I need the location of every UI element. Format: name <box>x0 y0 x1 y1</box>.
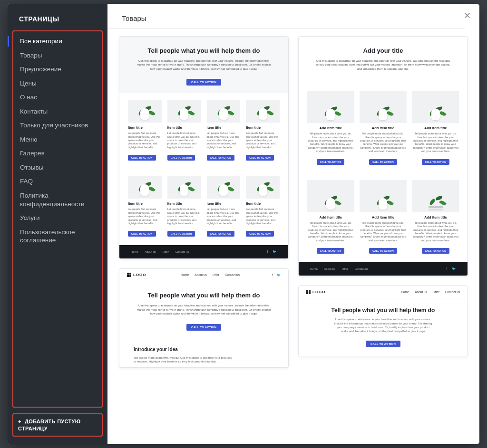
tpl3-hero-cta: CALL TO ACTION <box>186 324 221 331</box>
twitter-icon: 🐦 <box>273 250 277 253</box>
product-item-title: Item title <box>246 125 280 130</box>
category-prices[interactable]: Цены <box>13 76 102 91</box>
product-item: Item titleLet people find out more about… <box>167 100 201 161</box>
product-item: Add item titleTell people more about wha… <box>412 180 459 254</box>
template-grid[interactable]: Tell people what you will help them do U… <box>107 29 479 444</box>
product-item-desc: Tell people more about what you do. Use … <box>307 221 354 243</box>
tpl1-footer-social: f 🐦 <box>263 250 277 254</box>
product-item-title: Item title <box>128 125 162 130</box>
tpl4-nav: Home About us Offer Contact us <box>396 290 460 294</box>
category-terms[interactable]: Пользовательское соглашение <box>13 225 102 248</box>
product-item: Item titleLet people find out more about… <box>207 176 241 237</box>
template-column-left: Tell people what you will help them do U… <box>119 36 289 368</box>
product-thumb <box>167 176 201 199</box>
template-card-2[interactable]: Add your title Use this space to elabora… <box>298 36 468 276</box>
category-products[interactable]: Товары <box>13 48 102 63</box>
product-thumb <box>246 100 280 123</box>
category-about[interactable]: О нас <box>13 90 102 105</box>
product-item: Item titleLet people find out more about… <box>128 176 162 237</box>
category-faq[interactable]: FAQ <box>13 174 102 189</box>
category-contacts[interactable]: Контакты <box>13 105 102 119</box>
tpl4-hero-sub: Use this space to elaborate on your head… <box>334 317 432 334</box>
tpl4-logo: LOGO <box>306 290 326 294</box>
template-card-1[interactable]: Tell people what you will help them do U… <box>119 36 289 259</box>
category-privacy[interactable]: Политика конфиденциальности <box>13 189 102 211</box>
product-item-desc: Let people find out more about what you … <box>246 208 280 225</box>
product-item: Add item titleTell people more about wha… <box>307 91 354 165</box>
facebook-icon: f <box>267 250 268 253</box>
product-item-title: Add item title <box>360 126 406 130</box>
logo-mark-icon <box>306 290 311 294</box>
product-item-cta: CALL TO ACTION <box>207 231 235 237</box>
tpl1-footer: Home About us Offer Contact us f 🐦 <box>119 245 288 258</box>
tpl1-hero-cta: CALL TO ACTION <box>186 79 221 86</box>
product-item-title: Add item title <box>360 215 406 219</box>
logo-mark-icon <box>127 273 131 277</box>
tpl2-hero-sub: Use this space to elaborate on your head… <box>315 59 451 71</box>
product-item-desc: Tell people more about what you do. Use … <box>360 132 406 153</box>
product-thumb <box>207 176 241 199</box>
product-item-title: Item title <box>207 125 241 130</box>
category-offer[interactable]: Предложение <box>13 62 102 76</box>
tpl3-intro-desc: Tell people more about what you do. Use … <box>134 356 232 364</box>
add-blank-page-wrap[interactable]: + ДОБАВИТЬ ПУСТУЮ СТРАНИЦУ <box>12 413 103 437</box>
product-thumb <box>360 91 406 123</box>
product-item-cta: CALL TO ACTION <box>422 159 450 165</box>
product-thumb <box>128 176 162 199</box>
product-item-desc: Let people find out more about what you … <box>167 132 201 149</box>
product-item: Item titleLet people find out more about… <box>246 176 280 237</box>
tpl2-footer-social: f 🐦 <box>442 267 456 271</box>
tpl2-items-row2: Add item titleTell people more about wha… <box>299 173 468 263</box>
main-title: Товары <box>107 4 465 29</box>
category-reviews[interactable]: Отзывы <box>13 161 102 175</box>
product-thumb <box>307 91 354 123</box>
category-all[interactable]: Все категории <box>13 34 102 48</box>
category-menu[interactable]: Меню <box>13 133 102 147</box>
product-item-cta: CALL TO ACTION <box>128 231 156 237</box>
product-item-desc: Let people find out more about what you … <box>246 132 280 149</box>
product-item-cta: CALL TO ACTION <box>317 159 345 165</box>
tpl3-intro-title: Introduce your idea <box>134 347 274 352</box>
product-item-cta: CALL TO ACTION <box>369 248 397 254</box>
add-blank-page-label: ДОБАВИТЬ ПУСТУЮ СТРАНИЦУ <box>18 419 80 431</box>
template-card-3[interactable]: LOGO Home About us Offer Contact us f 🐦 <box>119 268 289 368</box>
product-item-title: Add item title <box>307 126 354 130</box>
product-item-cta: CALL TO ACTION <box>317 248 345 254</box>
product-item-desc: Tell people more about what you do. Use … <box>412 132 459 153</box>
page-templates-modal: СТРАНИЦЫ Все категории Товары Предложени… <box>8 4 479 444</box>
sidebar: СТРАНИЦЫ Все категории Товары Предложени… <box>8 4 107 444</box>
tpl2-hero-title: Add your title <box>315 47 451 54</box>
close-button[interactable]: ✕ <box>464 10 471 21</box>
main-panel: ✕ Товары Tell people what you will help … <box>107 4 479 444</box>
tpl3-header: LOGO Home About us Offer Contact us f 🐦 <box>119 269 288 281</box>
tpl1-hero: Tell people what you will help them do U… <box>119 37 288 93</box>
category-services[interactable]: Услуги <box>13 211 102 225</box>
product-item: Item titleLet people find out more about… <box>128 100 162 161</box>
tpl4-hero: Tell people what you will help them do U… <box>299 298 468 356</box>
product-item-title: Item title <box>167 201 201 206</box>
product-thumb <box>307 180 354 212</box>
product-item-cta: CALL TO ACTION <box>246 155 274 161</box>
product-item-title: Item title <box>207 201 241 206</box>
tpl4-header: LOGO Home About us Offer Contact us <box>299 286 468 298</box>
tpl2-hero: Add your title Use this space to elabora… <box>299 37 468 84</box>
product-item-desc: Tell people more about what you do. Use … <box>360 221 406 243</box>
add-blank-page-button: + ДОБАВИТЬ ПУСТУЮ СТРАНИЦУ <box>18 418 97 432</box>
product-thumb <box>128 100 162 123</box>
category-members-only[interactable]: Только для участников <box>13 118 102 133</box>
product-item-cta: CALL TO ACTION <box>246 231 274 237</box>
product-item: Add item titleTell people more about wha… <box>412 91 459 165</box>
tpl1-footer-links: Home About us Offer Contact us <box>131 250 195 253</box>
tpl1-items-row1: Item titleLet people find out more about… <box>119 93 288 169</box>
product-item-cta: CALL TO ACTION <box>167 155 195 161</box>
sidebar-title: СТРАНИЦЫ <box>8 15 107 30</box>
template-card-4[interactable]: LOGO Home About us Offer Contact us Tell… <box>298 286 468 356</box>
product-item-desc: Tell people more about what you do. Use … <box>412 221 459 243</box>
tpl3-logo: LOGO <box>127 273 146 277</box>
product-thumb <box>412 180 459 212</box>
product-thumb <box>412 91 459 123</box>
category-gallery[interactable]: Галерея <box>13 146 102 161</box>
twitter-icon: 🐦 <box>452 267 456 270</box>
product-thumb <box>360 180 406 212</box>
product-thumb <box>167 100 201 123</box>
